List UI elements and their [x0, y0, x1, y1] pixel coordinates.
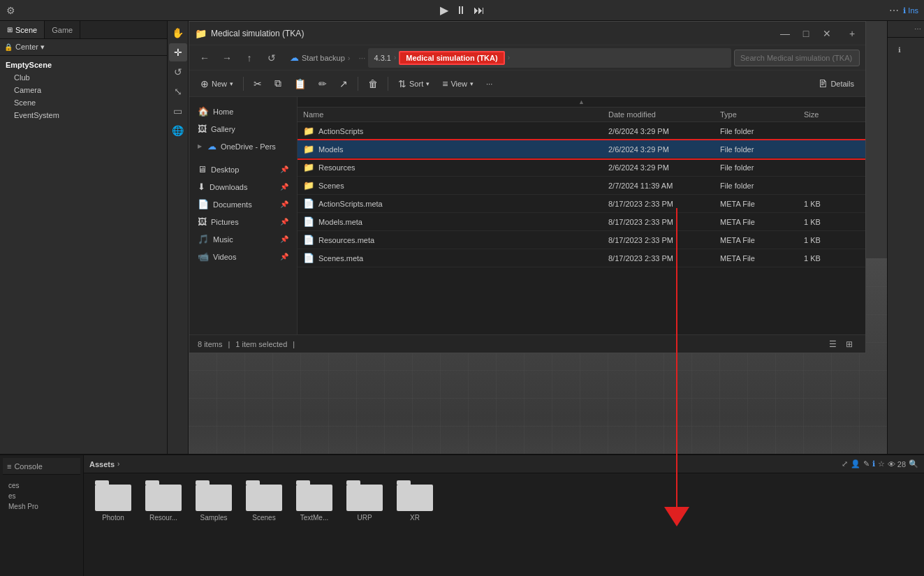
file-name-cell: 📁 Scenes [303, 180, 608, 191]
table-row[interactable]: 📄 ActionScripts.meta 8/17/2023 2:33 PM M… [298, 195, 865, 213]
right-panel-more-icon[interactable]: ⋯ [914, 25, 921, 33]
center-dropdown[interactable]: Center ▾ [15, 43, 45, 52]
assets-label: Assets [89, 460, 115, 468]
file-name: Scenes.meta [318, 254, 363, 263]
file-type: META File [720, 218, 804, 226]
hierarchy-item-camera[interactable]: Camera [0, 84, 167, 96]
share-button[interactable]: ↗ [334, 75, 353, 92]
sort-button[interactable]: ⇅ Sort ▾ [393, 75, 435, 92]
file-name-cell: 📄 Resources.meta [303, 235, 608, 245]
view-button[interactable]: ≡ View ▾ [437, 75, 479, 92]
grid-view-button[interactable]: ⊞ [842, 337, 857, 352]
hierarchy-item-scene[interactable]: Scene [0, 96, 167, 109]
step-button[interactable]: ⏭ [474, 4, 485, 17]
rename-button[interactable]: ✏ [313, 75, 332, 92]
hierarchy-item-club[interactable]: Club [0, 71, 167, 84]
assets-info-icon[interactable]: ℹ [872, 459, 875, 468]
assets-star-icon[interactable]: ☆ [878, 459, 885, 468]
right-panel-info-button[interactable]: ℹ [890, 40, 909, 59]
copy-button[interactable]: ⧉ [269, 75, 287, 92]
refresh-button[interactable]: ↺ [262, 48, 281, 68]
info-icon[interactable]: ℹ Ins [903, 6, 918, 15]
videos-label: Videos [213, 253, 236, 261]
new-button[interactable]: ⊕ New ▾ [195, 75, 239, 92]
asset-item-photon[interactable]: Photon [95, 480, 131, 522]
details-button[interactable]: 🖹 Details [812, 75, 860, 92]
file-icon: 📄 [303, 198, 314, 209]
folder-body [397, 485, 433, 511]
add-tab-button[interactable]: + [844, 26, 860, 41]
top-bar: ⚙ ▶ ⏸ ⏭ ⋯ ℹ Ins [0, 0, 924, 21]
titlebar-folder-icon: 📁 [195, 28, 207, 39]
sidebar-item-music[interactable]: 🎵 Music 📌 [189, 230, 297, 248]
table-row[interactable]: 📄 Resources.meta 8/17/2023 2:33 PM META … [298, 231, 865, 249]
assets-person-icon[interactable]: 👤 [851, 459, 860, 468]
globe-tool[interactable]: 🌐 [169, 121, 187, 140]
minimize-button[interactable]: — [777, 26, 793, 41]
cut-button[interactable]: ✂ [248, 75, 267, 92]
table-row[interactable]: 📄 Models.meta 8/17/2023 2:33 PM META Fil… [298, 213, 865, 231]
play-button[interactable]: ▶ [440, 3, 448, 17]
more-toolbar-button[interactable]: ··· [481, 77, 498, 91]
folder-body [296, 485, 332, 511]
asset-item-samples[interactable]: Samples [196, 480, 232, 522]
list-view-button[interactable]: ☰ [825, 337, 840, 352]
paste-button[interactable]: 📋 [288, 75, 311, 92]
asset-item-urp[interactable]: URP [346, 480, 383, 522]
tab-game[interactable]: Game [45, 21, 80, 38]
search-icon[interactable]: 🔍 [909, 459, 918, 468]
panel-header: 🔒 Center ▾ [0, 39, 167, 56]
breadcrumb-431[interactable]: 4.3.1 [374, 54, 390, 62]
sidebar-item-downloads[interactable]: ⬇ Downloads 📌 [189, 178, 297, 195]
hand-tool[interactable]: ✋ [169, 24, 187, 42]
sidebar-item-gallery[interactable]: 🖼 Gallery [189, 120, 297, 138]
asset-item-textme[interactable]: TextMe... [296, 480, 332, 522]
table-row[interactable]: 📁 Models 2/6/2024 3:29 PM File folder [298, 140, 865, 158]
toolbar-separator-2 [358, 77, 358, 91]
asset-item-scenes[interactable]: Scenes [246, 480, 282, 522]
file-explorer-title: Medical simulation (TKA) [211, 29, 777, 38]
sidebar-item-desktop[interactable]: 🖥 Desktop 📌 [189, 161, 297, 178]
music-label: Music [213, 235, 233, 244]
table-row[interactable]: 📁 Resources 2/6/2024 3:29 PM File folder [298, 158, 865, 177]
forward-button[interactable]: → [217, 48, 237, 68]
asset-item-xr[interactable]: XR [397, 480, 433, 522]
delete-button[interactable]: 🗑 [362, 75, 383, 92]
assets-brush-icon[interactable]: ✎ [863, 459, 870, 468]
sidebar-item-videos[interactable]: 📹 Videos 📌 [189, 248, 297, 265]
table-row[interactable]: 📁 Scenes 2/7/2024 11:39 AM File folder [298, 177, 865, 195]
rotate-tool[interactable]: ↺ [169, 63, 187, 81]
file-size: 1 KB [804, 254, 860, 263]
table-row[interactable]: 📄 Scenes.meta 8/17/2023 2:33 PM META Fil… [298, 249, 865, 267]
home-icon: 🏠 [198, 106, 209, 117]
asset-item-resources[interactable]: Resour... [145, 480, 182, 522]
pause-button[interactable]: ⏸ [455, 4, 467, 17]
folder-body [145, 485, 182, 511]
up-button[interactable]: ↑ [240, 48, 259, 68]
console-label: Console [14, 462, 42, 471]
sidebar-item-home[interactable]: 🏠 Home [189, 103, 297, 120]
hierarchy-item-emptyscene[interactable]: EmptyScene [0, 59, 167, 71]
start-backup-button[interactable]: ☁ Start backup › [284, 50, 355, 65]
nav-more-button[interactable]: ··· [358, 53, 365, 63]
rect-tool[interactable]: ▭ [169, 102, 187, 120]
tab-scene[interactable]: ⊞ Scene [0, 21, 45, 38]
assets-eye-icon[interactable]: 👁 28 [888, 460, 906, 468]
table-row[interactable]: 📁 ActionScripts 2/6/2024 3:29 PM File fo… [298, 122, 865, 140]
move-tool[interactable]: ✛ [169, 43, 187, 61]
sidebar-item-pictures[interactable]: 🖼 Pictures 📌 [189, 213, 297, 230]
back-button[interactable]: ← [195, 48, 214, 68]
gear-icon[interactable]: ⚙ [0, 0, 21, 21]
hierarchy-item-eventsystem[interactable]: EventSystem [0, 109, 167, 121]
breadcrumb-medical-sim[interactable]: Medical simulation (TKA) [399, 51, 504, 65]
file-explorer-statusbar: 8 items | 1 item selected | ☰ ⊞ [189, 334, 865, 353]
hierarchy-tree: EmptyScene Club Camera Scene EventSystem [0, 56, 167, 124]
sidebar-item-documents[interactable]: 📄 Documents 📌 [189, 195, 297, 213]
maximize-button[interactable]: □ [798, 26, 814, 41]
assets-expand-icon[interactable]: ⤢ [842, 459, 848, 468]
more-options-icon[interactable]: ⋯ [889, 5, 899, 16]
close-button[interactable]: ✕ [819, 26, 835, 41]
search-input[interactable] [734, 50, 860, 66]
sidebar-item-onedrive[interactable]: ☁ OneDrive - Pers [189, 138, 297, 155]
scale-tool[interactable]: ⤡ [169, 82, 187, 101]
